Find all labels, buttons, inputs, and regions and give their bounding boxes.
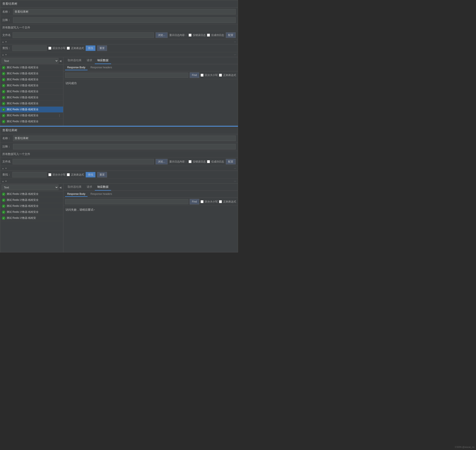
- panel1-name-label: 名称：: [2, 10, 13, 14]
- panel2-only-error-checkbox[interactable]: [188, 160, 192, 163]
- panel1-list-items: ✓ 测试 Redis 计数器-线程安全 ✓ 测试 Redis 计数器-线程安全 …: [0, 65, 63, 126]
- panel1-find-row: Find 区分大小写 正则表达式: [63, 71, 238, 79]
- panel1-find-input[interactable]: [65, 73, 188, 78]
- tab2-response-data[interactable]: 响应数据: [95, 184, 111, 190]
- panel1-down-arrow-2-icon[interactable]: ▼: [5, 53, 7, 56]
- list-item[interactable]: ✓ 测试 Redis 计数器-线程安全: [0, 83, 63, 89]
- panel2-type-select[interactable]: Text JSON XML: [1, 184, 59, 190]
- list-item[interactable]: ✓ 测试 Redis 计数器-线程安全: [0, 101, 63, 107]
- panel2-note-input[interactable]: [13, 144, 236, 149]
- list-item[interactable]: ✓ 测试 Redis 计数器-线程安全: [0, 77, 63, 83]
- panel2-dropdown-chevron-icon[interactable]: ◀: [59, 186, 62, 189]
- panel1-name-row: 名称：: [0, 8, 238, 16]
- panel2-browse-button[interactable]: 浏览...: [156, 159, 168, 164]
- panel2-find-row: Find 区分大小写 正则表达式: [63, 198, 238, 206]
- panel2-file-input[interactable]: [13, 159, 154, 164]
- list-item[interactable]: ✓ 测试 Redis 计数器-线程安全: [0, 89, 63, 95]
- panel1-only-success-checkbox[interactable]: [207, 34, 210, 37]
- panel1-find-regex-checkbox[interactable]: [219, 74, 222, 77]
- panel1-find-button[interactable]: 查找: [86, 45, 95, 51]
- list-item[interactable]: ✓ 测试 Redis 计数器-线程安全: [0, 118, 63, 124]
- status-success-icon: ✓: [2, 72, 5, 75]
- panel1-toolbar-1: ▲ ▼ ···: [0, 39, 238, 44]
- tab2-request[interactable]: 请求: [84, 184, 95, 190]
- panel1-note-input[interactable]: [13, 17, 236, 23]
- panel1-response-body: 访问成功: [63, 79, 238, 126]
- panel1-regex-checkbox[interactable]: [67, 47, 70, 50]
- panel1-section-all-data: 所有数据写入一个文件: [0, 24, 238, 31]
- panel1-file-row: 文件名 浏览... 显示日志内容： 仅错误日志 仅成功日志 配置: [0, 31, 238, 39]
- panel1-up-arrow-icon[interactable]: ▲: [2, 41, 4, 43]
- panel2-find-options: 区分大小写 正则表达式: [200, 200, 236, 204]
- panel2-search-label: 查找：: [2, 173, 11, 177]
- panel1-search-input[interactable]: [12, 45, 47, 51]
- tab-request[interactable]: 请求: [84, 57, 95, 64]
- panel2-down-arrow-2-icon[interactable]: ▼: [5, 180, 7, 182]
- panel1-find-button-2[interactable]: Find: [190, 72, 199, 78]
- panel2-find-regex-checkbox[interactable]: [219, 200, 222, 203]
- panel2-log-group: 显示日志内容： 仅错误日志 仅成功日志: [169, 160, 224, 164]
- panel1-type-select[interactable]: Text JSON XML: [1, 58, 59, 64]
- panel1-dropdown-row: Text JSON XML ◀: [0, 57, 63, 65]
- panel2-up-arrow-2-icon[interactable]: ▲: [2, 180, 4, 182]
- tab2-sampler-result[interactable]: 取样器结果: [65, 184, 84, 190]
- sub-tab2-response-headers[interactable]: Response headers: [88, 192, 114, 197]
- list-item[interactable]: ✓ 测试 Redis 计数器-线程安全: [0, 203, 63, 209]
- panel1-response-text: 访问成功: [65, 82, 77, 85]
- panel2-regex-label: 正则表达式: [71, 173, 84, 177]
- panel1-reset-button[interactable]: 重置: [97, 45, 107, 51]
- panel2-main-content: Text JSON XML ◀ ✓ 测试 Redis 计数器-线程安全 ✓ 测试…: [0, 184, 238, 252]
- panel1-browse-button[interactable]: 浏览...: [156, 32, 168, 38]
- tab-response-data[interactable]: 响应数据: [95, 57, 111, 64]
- panel1-search-options: 区分大小写 正则表达式: [48, 47, 84, 50]
- panel2-search-input[interactable]: [12, 172, 47, 178]
- panel1-only-error-checkbox[interactable]: [188, 34, 192, 37]
- panel1-log-label: 显示日志内容：: [169, 33, 187, 37]
- panel1-name-input[interactable]: [13, 9, 236, 15]
- panel2-find-case-checkbox[interactable]: [200, 200, 204, 203]
- panel1-toolbar-dots-1: ···: [234, 40, 236, 43]
- panel1-file-input[interactable]: [13, 32, 154, 38]
- list-item[interactable]: ✓ 测试 Redis 计数器-线程安全: [0, 71, 63, 77]
- sub-tab-response-headers[interactable]: Response headers: [88, 65, 114, 70]
- panel2-up-arrow-icon[interactable]: ▲: [2, 167, 4, 170]
- panel1-down-arrow-icon[interactable]: ▼: [5, 41, 7, 43]
- panel1-config-button[interactable]: 配置: [226, 32, 236, 38]
- list-item[interactable]: ✓ 测试 Redis 计数器-线程安全: [0, 65, 63, 71]
- list-item[interactable]: ✓ 测试 Redis 计数器-线程安全: [0, 209, 63, 215]
- list-item-selected[interactable]: ✓ 测试 Redis 计数器-线程安全: [0, 107, 63, 112]
- sub-tab2-response-body[interactable]: Response Body: [65, 192, 88, 197]
- panel1-file-label: 文件名: [2, 33, 11, 37]
- panel1-dropdown-chevron-icon[interactable]: ◀: [59, 59, 62, 63]
- tab-sampler-result[interactable]: 取样器结果: [65, 57, 84, 64]
- status-success-icon: ✓: [2, 192, 5, 196]
- panel2-only-success-label: 仅成功日志: [211, 160, 224, 164]
- panel2-name-input[interactable]: [13, 136, 236, 141]
- panel2-only-success-checkbox[interactable]: [207, 160, 210, 163]
- panel2-top-header: 查看结果树: [0, 127, 238, 134]
- panel2-regex-checkbox[interactable]: [67, 173, 70, 176]
- panel2-find-input[interactable]: [65, 199, 188, 204]
- panel1-find-case-label: 区分大小写: [205, 73, 218, 77]
- panel2-down-arrow-icon[interactable]: ▼: [5, 167, 7, 170]
- panel2-find-button[interactable]: 查找: [86, 172, 95, 178]
- panel1-up-arrow-2-icon[interactable]: ▲: [2, 53, 4, 56]
- list-item[interactable]: ✓ 测试 Redis 计数器-线程安全: [0, 191, 63, 197]
- panel2-case-sensitive-checkbox[interactable]: [48, 173, 51, 176]
- list-item[interactable]: ✓ 测试 Redis 计数器-线程安全 ⋮: [0, 112, 63, 118]
- list-item[interactable]: ✓ 测试 Redis 计数器-线程安全: [0, 95, 63, 101]
- panel2-name-row: 名称：: [0, 134, 238, 142]
- panel2-find-button-2[interactable]: Find: [190, 199, 199, 204]
- panel2-note-label: 注释：: [2, 145, 13, 148]
- list-item[interactable]: ✓ 测试 Redis 计数器-线程安全: [0, 197, 63, 203]
- sub-tab-response-body[interactable]: Response Body: [65, 65, 88, 70]
- panel1-case-sensitive-checkbox[interactable]: [48, 47, 51, 50]
- list-item[interactable]: ✓ 测试 Redis 计数器-线程安: [0, 215, 63, 221]
- panel2-tabs-bar: 取样器结果 请求 响应数据: [63, 184, 238, 191]
- panel1-only-success-label: 仅成功日志: [211, 33, 224, 37]
- panel1-find-case-checkbox[interactable]: [200, 74, 204, 77]
- panel2-config-button[interactable]: 配置: [226, 159, 236, 164]
- panel2-reset-button[interactable]: 重置: [97, 172, 107, 178]
- panel1-sub-tabs-bar: Response Body Response headers: [63, 64, 238, 71]
- list-item-more-icon[interactable]: ⋮: [58, 114, 61, 117]
